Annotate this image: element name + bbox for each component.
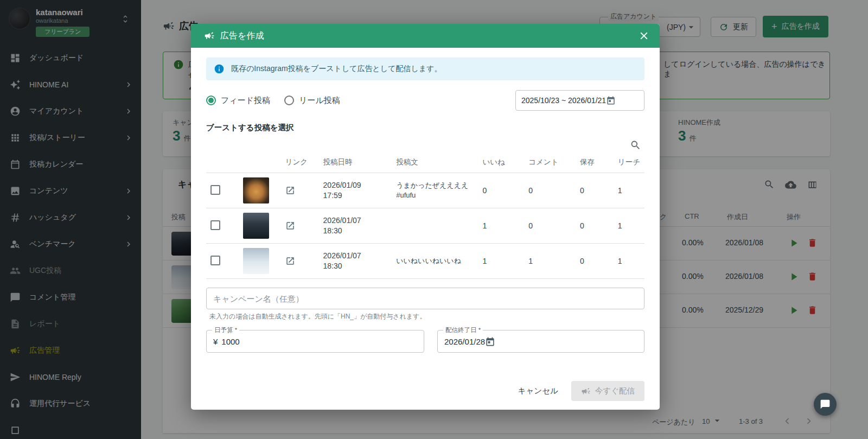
megaphone-icon [581,386,591,396]
create-ad-modal: 広告を作成 既存のInstagram投稿をブーストして広告として配信します。 フ… [191,24,660,410]
post-comments: 0 [524,173,576,208]
chat-fab-button[interactable] [814,393,837,416]
posts-col-header: いいね [478,152,524,173]
search-icon[interactable] [630,139,641,151]
post-row: 2026/01/0917:59うまかったぜええええ #ufufu0001 [206,173,644,208]
campaign-name-field [206,288,644,309]
post-time: 17:59 [323,190,388,201]
post-comments: 0 [524,208,576,244]
posts-col-header: 投稿文 [392,152,478,173]
post-text: いいねいいねいいね [392,244,478,279]
megaphone-icon [204,30,215,41]
radio-feed-label: フィード投稿 [221,96,270,106]
external-link-icon[interactable] [285,221,295,231]
post-checkbox[interactable] [210,256,220,265]
date-range-field[interactable]: 2025/10/23 ~ 2026/01/21 [515,90,644,111]
posts-table: リンク投稿日時投稿文いいねコメント保存リーチ 2026/01/0917:59うま… [206,152,644,279]
posts-col-header: リンク [281,152,319,173]
calendar2-icon [606,96,616,105]
date-range-value: 2025/10/23 ~ 2026/01/21 [521,96,606,105]
external-link-icon[interactable] [285,186,295,195]
megaphone-icon [581,386,591,396]
posts-col-header [239,152,281,173]
post-reach: 1 [614,244,644,279]
daily-budget-input[interactable] [221,337,276,346]
post-date: 2026/01/07 [323,215,388,226]
post-text [392,208,478,244]
post-reach: 1 [614,173,644,208]
radio-selected-icon [206,96,216,105]
radio-reel-label: リール投稿 [299,96,340,106]
post-saves: 0 [576,244,614,279]
posts-header-row: リンク投稿日時投稿文いいねコメント保存リーチ [206,152,644,173]
post-thumbnail-food-photo [243,177,269,203]
end-date-field[interactable]: 配信終了日 * 2026/01/28 [437,330,644,353]
post-date: 2026/01/07 [323,251,388,261]
calendar2-icon [485,336,495,347]
posts-col-header: リーチ [614,152,644,173]
calendar-icon [606,96,616,105]
select-posts-label: ブーストする投稿を選択 [206,123,644,133]
info-icon [214,63,225,74]
post-time: 18:30 [323,261,388,271]
end-date-value: 2026/01/28 [444,337,485,346]
radio-reel-post[interactable]: リール投稿 [284,96,340,106]
radio-unselected-icon [284,96,294,105]
radio-feed-post[interactable]: フィード投稿 [206,96,270,106]
modal-header: 広告を作成 [191,24,660,48]
post-saves: 0 [576,208,614,244]
post-row: 2026/01/0718:30いいねいいねいいね1101 [206,244,644,279]
end-date-label: 配信終了日 * [443,326,483,334]
external-link-icon[interactable] [285,256,295,266]
posts-col-header: 保存 [576,152,614,173]
close-icon [638,30,650,42]
daily-budget-field: 日予算 * ¥ [206,330,424,353]
calendar-icon[interactable] [485,336,495,347]
post-likes: 0 [478,173,524,208]
submit-label: 今すぐ配信 [595,386,635,396]
info-banner: 既存のInstagram投稿をブーストして広告として配信します。 [206,58,644,80]
post-comments: 1 [524,244,576,279]
post-thumbnail-room-photo [243,213,269,239]
cancel-button[interactable]: キャンセル [510,381,566,400]
campaign-name-input[interactable] [206,288,644,309]
post-checkbox[interactable] [210,185,220,195]
posts-col-header: 投稿日時 [319,152,392,173]
daily-budget-label: 日予算 * [212,326,239,334]
currency-symbol: ¥ [213,337,218,346]
info-text: 既存のInstagram投稿をブーストして広告として配信します。 [231,64,442,74]
post-likes: 1 [478,244,524,279]
campaign-name-helper: 未入力の場合は自動生成されます。先頭に「HN_」が自動付与されます。 [206,312,644,321]
modal-title: 広告を作成 [220,30,264,42]
search-icon [630,139,641,151]
megaphone-icon [204,30,215,41]
post-thumbnail-snow-photo [243,248,269,274]
post-row: 2026/01/0718:301001 [206,208,644,244]
post-date: 2026/01/09 [323,180,388,190]
close-icon [638,30,650,42]
chat-bubble-icon [820,399,831,410]
close-button[interactable] [638,30,650,42]
info-icon [214,63,225,74]
submit-button[interactable]: 今すぐ配信 [571,381,644,401]
post-time: 18:30 [323,226,388,236]
post-checkbox[interactable] [210,220,220,230]
chatbubble-icon [820,399,831,410]
post-likes: 1 [478,208,524,244]
post-reach: 1 [614,208,644,244]
posts-col-header: コメント [524,152,576,173]
posts-col-header [206,152,239,173]
post-saves: 0 [576,173,614,208]
post-text: うまかったぜええええ #ufufu [392,173,478,208]
